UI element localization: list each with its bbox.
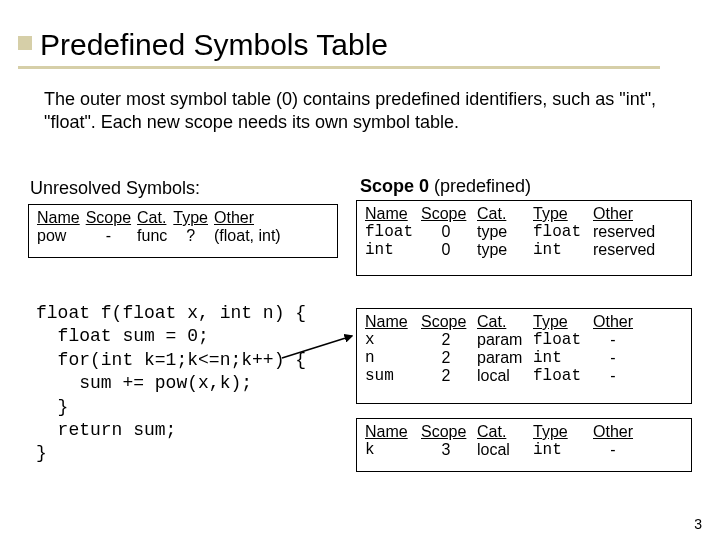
page-number: 3 [694, 516, 702, 532]
scope0-heading-rest: (predefined) [434, 176, 531, 196]
code-line: float f(float x, int n) { [36, 303, 306, 323]
intro-paragraph: The outer most symbol table (0) contains… [44, 88, 674, 133]
cell-type: float [533, 367, 593, 385]
table-row: sum 2 local float - [365, 367, 639, 385]
scope0-table: Name Scope Cat. Type Other float 0 type … [365, 205, 661, 259]
page-title: Predefined Symbols Table [40, 28, 388, 62]
col-name: Name [365, 205, 421, 223]
cell-type: float [533, 223, 593, 241]
col-type: Type [533, 313, 593, 331]
col-cat: Cat. [477, 313, 533, 331]
cell-other: reserved [593, 241, 661, 259]
col-type: Type [533, 423, 593, 441]
col-type: Type [533, 205, 593, 223]
col-scope: Scope [421, 205, 477, 223]
table-row: x 2 param float - [365, 331, 639, 349]
cell-cat: local [477, 441, 533, 459]
scope0-heading-bold: Scope 0 [360, 176, 434, 196]
scope3-table: Name Scope Cat. Type Other k 3 local int… [365, 423, 639, 459]
table-row: k 3 local int - [365, 441, 639, 459]
code-line: float sum = 0; [36, 326, 209, 346]
title-accent-square [18, 36, 32, 50]
cell-type: int [533, 241, 593, 259]
cell-type: int [533, 349, 593, 367]
cell-scope: 3 [421, 441, 477, 459]
code-line: for(int k=1;k<=n;k++) { [36, 350, 306, 370]
cell-other: reserved [593, 223, 661, 241]
cell-type: float [533, 331, 593, 349]
col-name: Name [365, 423, 421, 441]
col-name: Name [365, 313, 421, 331]
cell-other: (float, int) [214, 227, 287, 245]
cell-name: n [365, 349, 421, 367]
cell-type: ? [173, 227, 214, 245]
cell-other: - [593, 331, 639, 349]
code-line: return sum; [36, 420, 176, 440]
unresolved-table: Name Scope Cat. Type Other pow - func ? … [37, 209, 287, 245]
cell-scope: 2 [421, 331, 477, 349]
col-other: Other [593, 313, 639, 331]
cell-name: float [365, 223, 421, 241]
table-row: float 0 type float reserved [365, 223, 661, 241]
scope3-table-box: Name Scope Cat. Type Other k 3 local int… [356, 418, 692, 472]
cell-cat: func [137, 227, 173, 245]
cell-other: - [593, 349, 639, 367]
code-line: } [36, 443, 47, 463]
code-line: } [36, 397, 68, 417]
cell-cat: local [477, 367, 533, 385]
col-other: Other [214, 209, 287, 227]
col-scope: Scope [86, 209, 137, 227]
cell-cat: type [477, 241, 533, 259]
col-name: Name [37, 209, 86, 227]
col-other: Other [593, 205, 661, 223]
col-cat: Cat. [477, 205, 533, 223]
scope2-table: Name Scope Cat. Type Other x 2 param flo… [365, 313, 639, 385]
cell-cat: param [477, 331, 533, 349]
table-row: int 0 type int reserved [365, 241, 661, 259]
cell-scope: - [86, 227, 137, 245]
cell-other: - [593, 367, 639, 385]
col-scope: Scope [421, 313, 477, 331]
cell-name: pow [37, 227, 86, 245]
table-row: n 2 param int - [365, 349, 639, 367]
scope0-heading: Scope 0 (predefined) [360, 176, 531, 197]
col-cat: Cat. [477, 423, 533, 441]
cell-scope: 0 [421, 241, 477, 259]
code-line: sum += pow(x,k); [36, 373, 252, 393]
col-cat: Cat. [137, 209, 173, 227]
code-block: float f(float x, int n) { float sum = 0;… [36, 302, 306, 466]
col-scope: Scope [421, 423, 477, 441]
cell-type: int [533, 441, 593, 459]
title-accent-bar [18, 66, 660, 69]
unresolved-table-box: Name Scope Cat. Type Other pow - func ? … [28, 204, 338, 258]
cell-name: x [365, 331, 421, 349]
cell-scope: 2 [421, 367, 477, 385]
col-type: Type [173, 209, 214, 227]
scope2-table-box: Name Scope Cat. Type Other x 2 param flo… [356, 308, 692, 404]
cell-name: int [365, 241, 421, 259]
unresolved-heading: Unresolved Symbols: [30, 178, 200, 199]
cell-name: sum [365, 367, 421, 385]
cell-cat: param [477, 349, 533, 367]
table-row: pow - func ? (float, int) [37, 227, 287, 245]
scope0-table-box: Name Scope Cat. Type Other float 0 type … [356, 200, 692, 276]
cell-name: k [365, 441, 421, 459]
cell-scope: 0 [421, 223, 477, 241]
cell-other: - [593, 441, 639, 459]
cell-cat: type [477, 223, 533, 241]
cell-scope: 2 [421, 349, 477, 367]
col-other: Other [593, 423, 639, 441]
